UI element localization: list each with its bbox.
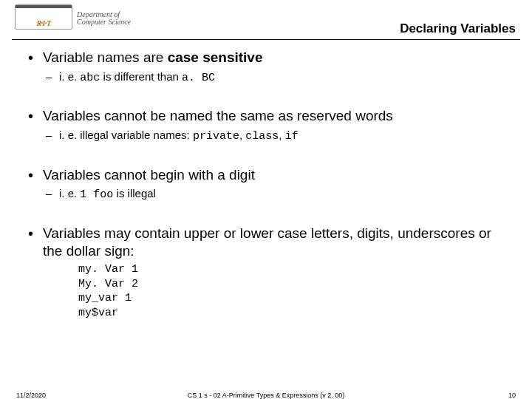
bullet-text: Variables may contain upper or lower cas…	[27, 225, 505, 260]
bold-run: case sensitive	[168, 50, 263, 65]
bullet-text: Variables cannot be named the same as re…	[27, 107, 505, 125]
sub-list: i. e. illegal variable names: private, c…	[27, 128, 505, 144]
bullet-item: Variables cannot begin with a digit i. e…	[27, 166, 505, 202]
slide-footer: 11/2/2020 CS 1 s - 02 A-Primitive Types …	[0, 392, 532, 399]
sub-bullet: i. e. illegal variable names: private, c…	[27, 128, 505, 144]
footer-page: 10	[508, 392, 516, 399]
dept-line1: Department of	[77, 10, 120, 18]
code-run: a. BC	[182, 72, 215, 84]
example-item: my. Var 1	[78, 262, 505, 277]
sub-list: i. e. 1 foo is illegal	[27, 186, 505, 202]
rit-logo: R·I·T	[15, 4, 72, 30]
text-run: Variable names are	[43, 50, 168, 65]
sub-list: i. e. abc is different than a. BC	[27, 69, 505, 86]
slide-header: R·I·T Department of Computer Science Dec…	[12, 6, 520, 40]
bullet-text: Variables cannot begin with a digit	[27, 166, 505, 184]
example-list: my. Var 1 My. Var 2 my_var 1 my$var	[27, 262, 505, 320]
footer-date: 11/2/2020	[16, 392, 46, 399]
code-run: private	[193, 130, 239, 143]
example-item: my_var 1	[78, 291, 505, 306]
text-run: i. e. illegal variable names:	[59, 129, 193, 141]
bullet-item: Variable names are case sensitive i. e. …	[27, 49, 505, 85]
code-run: 1 foo	[80, 188, 113, 201]
bullet-item: Variables may contain upper or lower cas…	[27, 225, 505, 321]
slide: R·I·T Department of Computer Science Dec…	[0, 6, 532, 399]
bullet-list: Variable names are case sensitive i. e. …	[27, 49, 505, 320]
footer-center: CS 1 s - 02 A-Primitive Types & Expressi…	[0, 392, 532, 399]
slide-title: Declaring Variables	[400, 21, 516, 36]
slide-content: Variable names are case sensitive i. e. …	[0, 40, 532, 320]
text-run: ,	[279, 129, 284, 141]
text-run: is different than	[100, 70, 182, 83]
dept-line2: Computer Science	[77, 18, 131, 26]
code-run: if	[285, 130, 299, 143]
sub-bullet: i. e. abc is different than a. BC	[27, 69, 505, 86]
text-run: i. e.	[59, 70, 80, 83]
example-item: my$var	[78, 306, 505, 321]
department-label: Department of Computer Science	[77, 8, 131, 27]
example-item: My. Var 2	[78, 277, 505, 292]
sub-bullet: i. e. 1 foo is illegal	[27, 186, 505, 202]
text-run: i. e.	[59, 187, 80, 200]
code-run: class	[245, 130, 279, 143]
code-run: abc	[80, 72, 100, 84]
text-run: is illegal	[113, 187, 156, 200]
bullet-text: Variable names are case sensitive	[27, 49, 505, 66]
logo-block: R·I·T Department of Computer Science	[15, 4, 131, 30]
bullet-item: Variables cannot be named the same as re…	[27, 107, 505, 143]
